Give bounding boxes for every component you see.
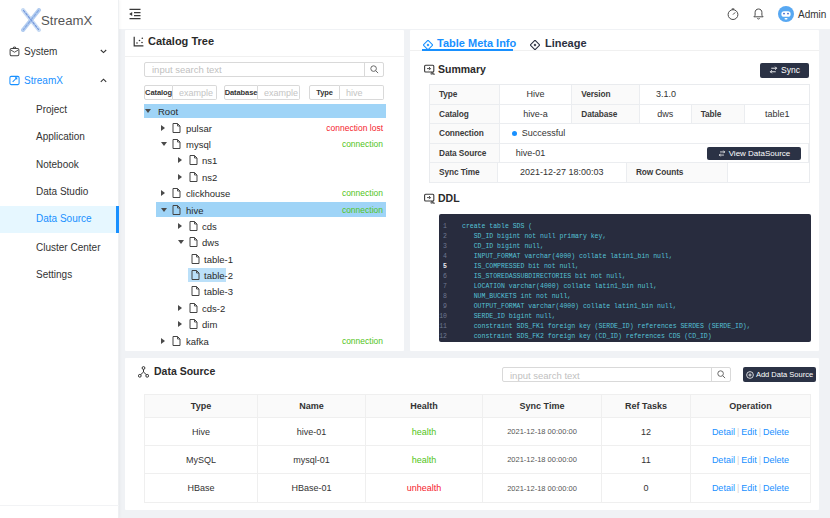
- svg-text:StreamX: StreamX: [41, 13, 93, 28]
